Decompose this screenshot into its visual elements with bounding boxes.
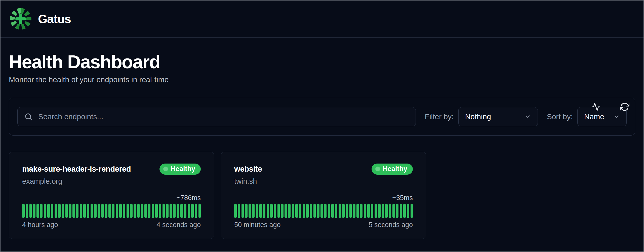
status-bar[interactable] (170, 204, 172, 218)
status-bar[interactable] (98, 204, 100, 218)
status-bar[interactable] (87, 204, 89, 218)
status-bar[interactable] (91, 204, 93, 218)
status-bar[interactable] (371, 204, 373, 218)
search-input[interactable] (38, 112, 409, 121)
status-bar[interactable] (62, 204, 64, 218)
status-bar[interactable] (144, 204, 147, 218)
status-bar[interactable] (360, 204, 363, 218)
status-bar[interactable] (339, 204, 341, 218)
status-bar[interactable] (127, 204, 129, 218)
status-bar[interactable] (396, 204, 398, 218)
status-bar[interactable] (310, 204, 312, 218)
status-bar[interactable] (83, 204, 86, 218)
status-bar[interactable] (349, 204, 352, 218)
status-bar[interactable] (65, 204, 68, 218)
status-bar[interactable] (400, 204, 402, 218)
status-bar[interactable] (116, 204, 118, 218)
status-bar[interactable] (389, 204, 391, 218)
status-bar[interactable] (33, 204, 35, 218)
status-bar[interactable] (245, 204, 248, 218)
status-bar[interactable] (123, 204, 125, 218)
status-bar[interactable] (119, 204, 122, 218)
status-bar[interactable] (51, 204, 53, 218)
status-bar[interactable] (159, 204, 161, 218)
status-bar[interactable] (26, 204, 28, 218)
status-bar[interactable] (317, 204, 319, 218)
status-bar[interactable] (320, 204, 323, 218)
status-bar[interactable] (173, 204, 176, 218)
status-bar[interactable] (69, 204, 71, 218)
status-bar[interactable] (295, 204, 298, 218)
status-bar[interactable] (303, 204, 305, 218)
status-bar[interactable] (36, 204, 39, 218)
status-bar[interactable] (403, 204, 406, 218)
status-bar[interactable] (353, 204, 355, 218)
status-bar[interactable] (148, 204, 150, 218)
status-bar[interactable] (152, 204, 154, 218)
status-bar[interactable] (346, 204, 348, 218)
status-bar[interactable] (392, 204, 395, 218)
status-bar[interactable] (256, 204, 258, 218)
endpoint-card[interactable]: website Healthy twin.sh ~35ms 50 minutes… (221, 152, 426, 239)
status-bar[interactable] (155, 204, 158, 218)
status-bar[interactable] (277, 204, 280, 218)
status-bar[interactable] (252, 204, 255, 218)
status-bar[interactable] (191, 204, 194, 218)
status-bar[interactable] (270, 204, 273, 218)
status-bar[interactable] (263, 204, 265, 218)
refresh-button[interactable] (620, 102, 630, 112)
status-bar[interactable] (382, 204, 384, 218)
status-bar[interactable] (76, 204, 78, 218)
status-bar[interactable] (299, 204, 301, 218)
status-bar[interactable] (292, 204, 294, 218)
status-bar[interactable] (234, 204, 237, 218)
status-bar[interactable] (198, 204, 201, 218)
status-bar[interactable] (188, 204, 190, 218)
status-bar[interactable] (367, 204, 370, 218)
status-bar[interactable] (267, 204, 269, 218)
status-bar[interactable] (249, 204, 251, 218)
status-bar[interactable] (407, 204, 409, 218)
endpoint-card[interactable]: make-sure-header-is-rendered Healthy exa… (9, 152, 214, 239)
gatus-logo-icon[interactable] (9, 7, 32, 31)
status-bar[interactable] (313, 204, 316, 218)
status-bar[interactable] (29, 204, 32, 218)
status-bar[interactable] (137, 204, 140, 218)
search-box[interactable] (17, 107, 416, 126)
status-bar[interactable] (44, 204, 46, 218)
status-bar[interactable] (195, 204, 197, 218)
status-bar[interactable] (134, 204, 136, 218)
status-bar[interactable] (141, 204, 143, 218)
status-bar[interactable] (306, 204, 309, 218)
activity-toggle-button[interactable] (591, 102, 601, 112)
status-bar[interactable] (40, 204, 43, 218)
status-bar[interactable] (324, 204, 327, 218)
status-bar[interactable] (242, 204, 244, 218)
status-bar[interactable] (80, 204, 82, 218)
status-bar[interactable] (259, 204, 262, 218)
status-bar[interactable] (328, 204, 330, 218)
status-bar[interactable] (94, 204, 97, 218)
status-bar[interactable] (166, 204, 169, 218)
status-bar[interactable] (105, 204, 107, 218)
status-bar[interactable] (238, 204, 240, 218)
status-bar[interactable] (411, 204, 413, 218)
status-bar[interactable] (112, 204, 114, 218)
status-bar[interactable] (331, 204, 334, 218)
status-bar[interactable] (378, 204, 381, 218)
status-bar[interactable] (274, 204, 276, 218)
status-bar[interactable] (335, 204, 337, 218)
status-bar[interactable] (55, 204, 57, 218)
status-bar[interactable] (364, 204, 366, 218)
status-bar[interactable] (285, 204, 287, 218)
status-bar[interactable] (342, 204, 345, 218)
status-bar[interactable] (47, 204, 50, 218)
status-bar[interactable] (130, 204, 133, 218)
status-bar[interactable] (163, 204, 165, 218)
filter-dropdown[interactable]: Nothing (458, 107, 538, 126)
status-bar[interactable] (180, 204, 183, 218)
status-bar[interactable] (288, 204, 291, 218)
status-bar[interactable] (184, 204, 186, 218)
status-bar[interactable] (58, 204, 61, 218)
status-bar[interactable] (101, 204, 104, 218)
